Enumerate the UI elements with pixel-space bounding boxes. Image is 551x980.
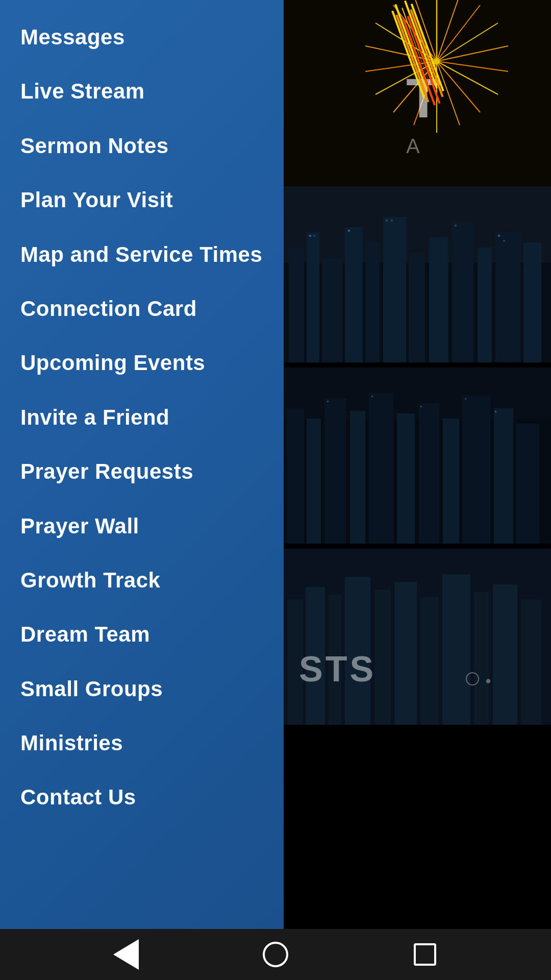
home-icon bbox=[263, 942, 288, 967]
svg-rect-61 bbox=[495, 411, 496, 412]
svg-rect-34 bbox=[495, 232, 521, 362]
svg-text:A: A bbox=[406, 135, 420, 157]
svg-rect-36 bbox=[309, 235, 311, 237]
svg-rect-49 bbox=[350, 411, 365, 544]
home-button[interactable] bbox=[255, 934, 296, 975]
recent-button[interactable] bbox=[405, 934, 445, 975]
svg-rect-41 bbox=[455, 225, 457, 227]
svg-rect-55 bbox=[494, 408, 513, 544]
svg-rect-29 bbox=[383, 217, 406, 362]
svg-rect-70 bbox=[442, 574, 470, 725]
svg-rect-56 bbox=[516, 424, 539, 544]
nav-item-growth-track[interactable]: Growth Track bbox=[0, 553, 284, 607]
svg-rect-68 bbox=[394, 582, 417, 725]
nav-item-small-groups[interactable]: Small Groups bbox=[0, 662, 284, 716]
nav-item-map-and-service-times[interactable]: Map and Service Times bbox=[0, 228, 284, 282]
svg-rect-67 bbox=[374, 590, 391, 725]
bottom-nav bbox=[0, 929, 551, 980]
nav-item-messages[interactable]: Messages bbox=[0, 10, 284, 64]
nav-item-plan-your-visit[interactable]: Plan Your Visit bbox=[0, 173, 284, 227]
svg-rect-26 bbox=[322, 258, 342, 362]
svg-rect-48 bbox=[324, 398, 346, 544]
svg-rect-69 bbox=[420, 597, 439, 725]
svg-rect-31 bbox=[429, 237, 448, 362]
nav-item-connection-card[interactable]: Connection Card bbox=[0, 282, 284, 336]
back-button[interactable] bbox=[106, 934, 146, 975]
svg-rect-39 bbox=[386, 219, 388, 222]
svg-rect-72 bbox=[493, 584, 517, 725]
svg-rect-40 bbox=[391, 219, 393, 222]
svg-rect-60 bbox=[465, 398, 466, 400]
nav-item-invite-a-friend[interactable]: Invite a Friend bbox=[0, 390, 284, 445]
svg-rect-24 bbox=[289, 248, 304, 362]
svg-rect-30 bbox=[409, 253, 425, 362]
city-image-3: STS ● bbox=[284, 549, 551, 725]
svg-text:T: T bbox=[406, 66, 440, 129]
nav-item-dream-team[interactable]: Dream Team bbox=[0, 607, 284, 662]
nav-item-ministries[interactable]: Ministries bbox=[0, 716, 284, 770]
svg-rect-73 bbox=[521, 600, 541, 725]
svg-point-19 bbox=[434, 58, 440, 64]
svg-rect-50 bbox=[369, 393, 393, 544]
nav-item-upcoming-events[interactable]: Upcoming Events bbox=[0, 336, 284, 390]
svg-rect-27 bbox=[345, 227, 363, 362]
svg-rect-43 bbox=[503, 240, 505, 242]
svg-text:STS: STS bbox=[299, 649, 376, 689]
screen: T A bbox=[0, 0, 551, 980]
svg-rect-42 bbox=[498, 235, 500, 237]
recent-icon bbox=[414, 943, 436, 966]
svg-rect-53 bbox=[443, 419, 459, 544]
back-icon bbox=[113, 939, 139, 970]
svg-rect-51 bbox=[397, 413, 415, 544]
nav-item-sermon-notes[interactable]: Sermon Notes bbox=[0, 119, 284, 173]
fireworks-image: T A bbox=[284, 0, 551, 186]
svg-rect-46 bbox=[286, 408, 304, 544]
svg-rect-32 bbox=[452, 222, 473, 362]
svg-rect-25 bbox=[307, 232, 319, 362]
city-image-2 bbox=[284, 368, 551, 544]
svg-rect-59 bbox=[420, 406, 422, 407]
svg-rect-54 bbox=[462, 396, 490, 544]
svg-rect-35 bbox=[523, 242, 541, 362]
nav-item-prayer-wall[interactable]: Prayer Wall bbox=[0, 499, 284, 553]
svg-rect-28 bbox=[365, 242, 380, 362]
nav-item-prayer-requests[interactable]: Prayer Requests bbox=[0, 445, 284, 499]
svg-rect-33 bbox=[478, 248, 492, 362]
svg-text:●: ● bbox=[485, 675, 491, 686]
nav-item-live-stream[interactable]: Live Stream bbox=[0, 64, 284, 118]
svg-rect-52 bbox=[419, 403, 439, 544]
svg-rect-38 bbox=[348, 230, 350, 232]
nav-item-contact-us[interactable]: Contact Us bbox=[0, 770, 284, 824]
svg-rect-71 bbox=[474, 592, 489, 725]
svg-rect-58 bbox=[371, 396, 373, 397]
svg-rect-47 bbox=[307, 419, 321, 544]
nav-menu: MessagesLive StreamSermon NotesPlan Your… bbox=[0, 0, 284, 980]
city-image-1 bbox=[284, 186, 551, 362]
svg-rect-37 bbox=[313, 235, 315, 237]
svg-rect-57 bbox=[327, 401, 329, 402]
